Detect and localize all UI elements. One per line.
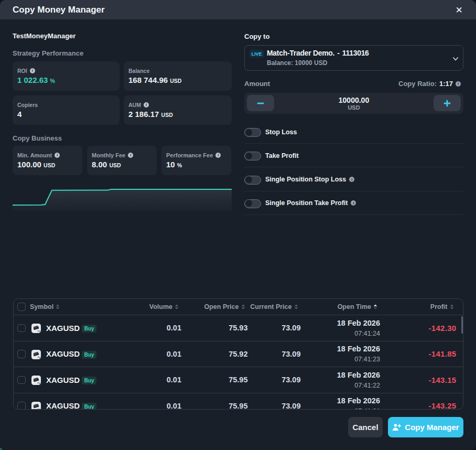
- svg-text:Ag: Ag: [37, 330, 40, 333]
- svg-text:Ag: Ag: [37, 382, 40, 384]
- svg-text:Ag: Ag: [37, 408, 40, 410]
- svg-text:Ag: Ag: [37, 356, 40, 359]
